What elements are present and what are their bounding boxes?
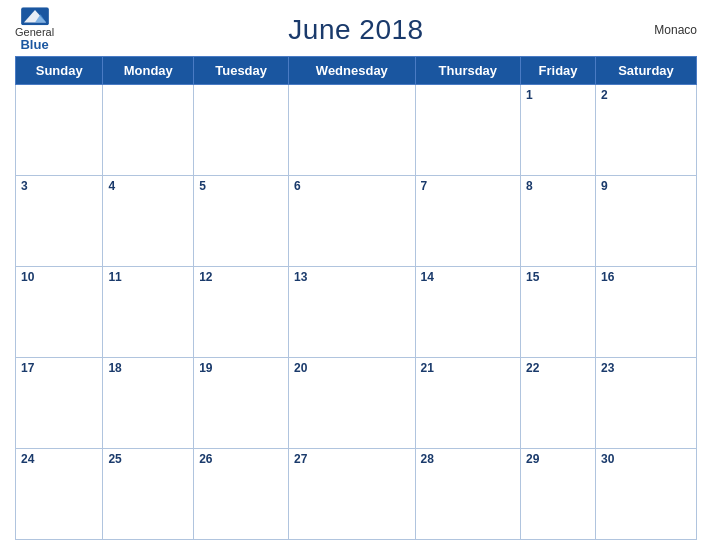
date-number: 21 (421, 361, 434, 375)
calendar-cell: 2 (596, 85, 697, 176)
calendar-header: General Blue June 2018 Monaco (15, 10, 697, 50)
date-number: 12 (199, 270, 212, 284)
date-number: 22 (526, 361, 539, 375)
date-number: 6 (294, 179, 301, 193)
date-number: 14 (421, 270, 434, 284)
calendar-cell: 4 (103, 176, 194, 267)
weekday-header-wednesday: Wednesday (289, 57, 416, 85)
date-number: 1 (526, 88, 533, 102)
date-number: 4 (108, 179, 115, 193)
date-number: 27 (294, 452, 307, 466)
date-number: 19 (199, 361, 212, 375)
date-number: 23 (601, 361, 614, 375)
calendar-cell: 29 (521, 449, 596, 540)
calendar-cell: 16 (596, 267, 697, 358)
logo-icon (21, 7, 49, 25)
calendar-cell: 1 (521, 85, 596, 176)
weekday-header-tuesday: Tuesday (194, 57, 289, 85)
calendar-cell: 27 (289, 449, 416, 540)
date-number: 20 (294, 361, 307, 375)
calendar-week-4: 17181920212223 (16, 358, 697, 449)
date-number: 15 (526, 270, 539, 284)
calendar-cell (103, 85, 194, 176)
calendar-cell: 13 (289, 267, 416, 358)
weekday-header-saturday: Saturday (596, 57, 697, 85)
calendar-cell: 17 (16, 358, 103, 449)
date-number: 16 (601, 270, 614, 284)
calendar-cell: 30 (596, 449, 697, 540)
calendar-cell: 25 (103, 449, 194, 540)
date-number: 28 (421, 452, 434, 466)
calendar-cell: 28 (415, 449, 520, 540)
calendar-cell: 20 (289, 358, 416, 449)
calendar-cell (16, 85, 103, 176)
calendar-cell: 8 (521, 176, 596, 267)
date-number: 8 (526, 179, 533, 193)
calendar-cell: 22 (521, 358, 596, 449)
date-number: 24 (21, 452, 34, 466)
weekday-header-thursday: Thursday (415, 57, 520, 85)
date-number: 13 (294, 270, 307, 284)
weekday-header-friday: Friday (521, 57, 596, 85)
date-number: 29 (526, 452, 539, 466)
calendar-title: June 2018 (288, 14, 423, 46)
calendar-cell: 15 (521, 267, 596, 358)
calendar-cell: 19 (194, 358, 289, 449)
calendar-cell: 21 (415, 358, 520, 449)
country-label: Monaco (654, 23, 697, 37)
date-number: 10 (21, 270, 34, 284)
date-number: 17 (21, 361, 34, 375)
calendar-cell: 23 (596, 358, 697, 449)
date-number: 7 (421, 179, 428, 193)
logo-blue-text: Blue (20, 38, 48, 52)
weekday-header-sunday: Sunday (16, 57, 103, 85)
date-number: 30 (601, 452, 614, 466)
calendar-cell: 10 (16, 267, 103, 358)
date-number: 26 (199, 452, 212, 466)
date-number: 3 (21, 179, 28, 193)
calendar-cell (194, 85, 289, 176)
date-number: 5 (199, 179, 206, 193)
calendar-cell: 3 (16, 176, 103, 267)
calendar-cell: 9 (596, 176, 697, 267)
calendar-week-1: 12 (16, 85, 697, 176)
calendar-cell: 7 (415, 176, 520, 267)
calendar-header-row: SundayMondayTuesdayWednesdayThursdayFrid… (16, 57, 697, 85)
calendar-cell: 14 (415, 267, 520, 358)
calendar-cell (289, 85, 416, 176)
calendar-week-2: 3456789 (16, 176, 697, 267)
calendar-week-3: 10111213141516 (16, 267, 697, 358)
logo: General Blue (15, 7, 54, 52)
date-number: 9 (601, 179, 608, 193)
calendar-cell: 12 (194, 267, 289, 358)
calendar-table: SundayMondayTuesdayWednesdayThursdayFrid… (15, 56, 697, 540)
calendar-cell: 5 (194, 176, 289, 267)
calendar-cell: 18 (103, 358, 194, 449)
calendar-cell: 6 (289, 176, 416, 267)
calendar-cell: 11 (103, 267, 194, 358)
date-number: 18 (108, 361, 121, 375)
date-number: 11 (108, 270, 121, 284)
weekday-header-monday: Monday (103, 57, 194, 85)
calendar-cell: 24 (16, 449, 103, 540)
date-number: 2 (601, 88, 608, 102)
date-number: 25 (108, 452, 121, 466)
calendar-cell (415, 85, 520, 176)
calendar-cell: 26 (194, 449, 289, 540)
calendar-week-5: 24252627282930 (16, 449, 697, 540)
calendar-body: 1234567891011121314151617181920212223242… (16, 85, 697, 540)
